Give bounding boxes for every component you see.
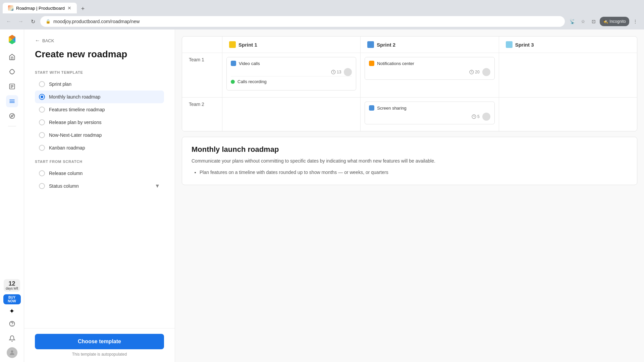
forward-button[interactable]: → xyxy=(16,17,25,26)
video-calls-count: 13 xyxy=(331,70,341,74)
notifications-center-header: Notifications center xyxy=(369,61,490,66)
browser-chrome: Roadmap | Productboard ✕ + ← → ↻ 🔒 moodj… xyxy=(0,0,644,29)
radio-now-next-later[interactable] xyxy=(39,132,45,138)
sidebar-bottom: 12 days left BUY NOW ✦ xyxy=(3,279,21,358)
description-bullet-1: Plan features on a timeline with dates r… xyxy=(200,169,628,177)
sprint-2-flag xyxy=(367,41,374,48)
template-item-now-next-later[interactable]: Now-Next-Later roadmap xyxy=(35,129,164,141)
calls-recording-dot xyxy=(231,80,235,84)
sprint-1-header: Sprint 1 xyxy=(222,37,361,53)
sprint-1-flag xyxy=(229,41,236,48)
team-2-sprint-3-cell xyxy=(499,98,637,131)
screen-sharing-count: 5 xyxy=(472,114,480,119)
back-button[interactable]: ← xyxy=(4,17,13,26)
video-calls-name: Video calls xyxy=(239,61,260,66)
radio-sprint-plan[interactable] xyxy=(39,81,45,87)
template-item-status-column[interactable]: Status column ▼ xyxy=(35,180,164,192)
screen-sharing-meta: 5 xyxy=(369,113,490,121)
back-link[interactable]: ← BACK xyxy=(35,38,164,44)
template-name-now-next-later: Now-Next-Later roadmap xyxy=(49,132,102,138)
team-1-label: Team 1 xyxy=(182,53,222,97)
calls-recording-name: Calls recording xyxy=(237,79,267,84)
screen-sharing-card[interactable]: Screen sharing 5 xyxy=(365,102,494,124)
cast-button[interactable]: 📡 xyxy=(568,17,577,26)
description-text: Communicate your plans without committin… xyxy=(192,157,628,165)
radio-release-column[interactable] xyxy=(39,170,45,176)
status-column-expand-icon: ▼ xyxy=(155,183,160,189)
profile-button[interactable]: ⊡ xyxy=(589,17,598,26)
template-name-release-column: Release column xyxy=(49,171,83,176)
radio-release-plan[interactable] xyxy=(39,119,45,125)
radio-features-timeline[interactable] xyxy=(39,107,45,113)
sidebar-icon-bell[interactable] xyxy=(6,333,18,345)
choose-template-button[interactable]: Choose template xyxy=(35,334,164,349)
browser-nav-bar: ← → ↻ 🔒 moodjoy.productboard.com/roadmap… xyxy=(0,13,644,29)
main-content: ← BACK Create new roadmap START WITH TEM… xyxy=(24,29,644,362)
tab-close-button[interactable]: ✕ xyxy=(67,5,71,11)
screen-sharing-avatar xyxy=(482,113,490,121)
template-name-status-column: Status column xyxy=(49,183,79,189)
menu-button[interactable]: ⋮ xyxy=(631,17,640,26)
tab-favicon xyxy=(8,5,13,11)
incognito-icon: 🕵 xyxy=(603,19,608,24)
team-1-sprint-2-cell: Notifications center 20 xyxy=(361,53,499,97)
sidebar-icon-home[interactable] xyxy=(6,51,18,63)
start-with-template-label: START WITH TEMPLATE xyxy=(35,70,164,74)
svg-point-17 xyxy=(9,114,14,119)
template-name-monthly-launch: Monthly launch roadmap xyxy=(49,94,100,100)
active-tab[interactable]: Roadmap | Productboard ✕ xyxy=(3,3,77,13)
start-from-scratch-label: START FROM SCRATCH xyxy=(35,160,164,164)
new-tab-button[interactable]: + xyxy=(78,4,88,13)
days-left-badge: 12 days left xyxy=(4,279,20,292)
stars-icon: ✦ xyxy=(9,307,15,315)
team-1-row: Team 1 Video calls xyxy=(182,53,637,98)
radio-status-column[interactable] xyxy=(39,183,45,189)
notifications-center-card[interactable]: Notifications center 20 xyxy=(365,57,494,80)
row-label-spacer xyxy=(182,37,222,53)
screen-sharing-header: Screen sharing xyxy=(369,105,490,111)
calls-recording-sub: Calls recording xyxy=(231,76,352,87)
preview-panel: Sprint 1 Sprint 2 Sprint 3 Team 1 xyxy=(175,29,644,362)
template-item-sprint-plan[interactable]: Sprint plan xyxy=(35,78,164,90)
lock-icon: 🔒 xyxy=(46,19,51,24)
address-bar[interactable]: 🔒 moodjoy.productboard.com/roadmap/new xyxy=(40,16,565,27)
template-panel: ← BACK Create new roadmap START WITH TEM… xyxy=(24,29,175,362)
reload-button[interactable]: ↻ xyxy=(28,17,38,26)
video-calls-card[interactable]: Video calls 13 xyxy=(226,57,356,90)
notifications-center-avatar xyxy=(482,68,490,76)
bookmark-button[interactable]: ☆ xyxy=(578,17,588,26)
team-1-columns: Video calls 13 xyxy=(222,53,637,97)
auto-populated-text: This template is autopopulated xyxy=(35,352,164,357)
template-item-monthly-launch[interactable]: Monthly launch roadmap xyxy=(35,90,164,103)
description-section: Monthly launch roadmap Communicate your … xyxy=(182,137,637,185)
user-avatar[interactable] xyxy=(7,347,17,358)
back-arrow-icon: ← xyxy=(35,38,40,44)
radio-kanban[interactable] xyxy=(39,145,45,151)
days-label: days left xyxy=(6,287,18,290)
sidebar-icon-help[interactable] xyxy=(6,318,18,330)
sidebar-icon-roadmap[interactable] xyxy=(6,95,18,107)
sidebar-icon-lightbulb[interactable] xyxy=(6,66,18,78)
buy-now-button[interactable]: BUY NOW xyxy=(3,294,21,304)
video-calls-meta: 13 xyxy=(231,68,352,76)
template-item-kanban[interactable]: Kanban roadmap xyxy=(35,141,164,154)
screen-sharing-dot xyxy=(369,105,374,111)
radio-monthly-launch[interactable] xyxy=(39,94,45,100)
description-list: Plan features on a timeline with dates r… xyxy=(192,169,628,177)
app-sidebar: 12 days left BUY NOW ✦ xyxy=(0,29,24,362)
notifications-center-meta: 20 xyxy=(369,68,490,76)
description-title: Monthly launch roadmap xyxy=(192,145,628,154)
sidebar-icon-notes[interactable] xyxy=(6,80,18,93)
template-name-release-plan: Release plan by versions xyxy=(49,120,101,125)
notifications-center-name: Notifications center xyxy=(377,61,414,66)
panel-header: ← BACK Create new roadmap xyxy=(24,29,175,65)
template-name-kanban: Kanban roadmap xyxy=(49,145,85,150)
template-item-release-plan[interactable]: Release plan by versions xyxy=(35,116,164,129)
roadmap-grid: Sprint 1 Sprint 2 Sprint 3 Team 1 xyxy=(182,36,637,131)
team-2-row: Team 2 Screen sharing xyxy=(182,98,637,131)
roadmap-header-row: Sprint 1 Sprint 2 Sprint 3 xyxy=(182,37,637,53)
sidebar-icon-compass[interactable] xyxy=(6,110,18,122)
template-item-release-column[interactable]: Release column xyxy=(35,167,164,180)
template-item-features-timeline[interactable]: Features timeline roadmap xyxy=(35,103,164,116)
sprint-2-header: Sprint 2 xyxy=(361,37,499,53)
